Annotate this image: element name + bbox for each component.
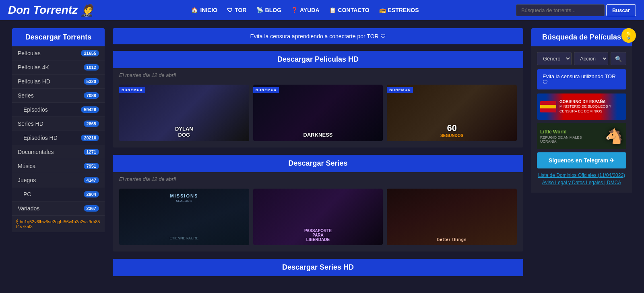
- sidebar-item-4[interactable]: Episodios59426: [12, 103, 105, 117]
- sidebar-badge-11: 2367: [84, 205, 99, 212]
- right-panel: Búsqueda de Películas Género Acción 🔍 Ev…: [531, 28, 632, 283]
- series-grid: MISSIONS SEASON 2 ETIENNE FAURE PASSAPOR…: [113, 185, 523, 251]
- movies-section-title: Descargar Peliculas HD: [113, 51, 523, 68]
- series-title-passaporte: PASSAPORTEPARALIBERDADE: [304, 229, 332, 242]
- nav-icon-tor: 🛡: [227, 7, 233, 13]
- nav-label-ayuda: AYUDA: [300, 7, 320, 13]
- sidebar-label-0: Películas: [18, 50, 41, 56]
- theme-toggle-button[interactable]: 💡: [621, 28, 636, 43]
- movie-title-dylan: DYLANDOG: [173, 126, 195, 138]
- center-content: Evita la censura aprendiendo a conectart…: [113, 28, 523, 283]
- genre-select[interactable]: Género: [537, 52, 572, 65]
- nav-icon-ayuda: ❓: [291, 7, 298, 13]
- sidebar-badge-3: 7088: [84, 92, 99, 99]
- nav-item-tor[interactable]: 🛡TOR: [223, 5, 250, 15]
- header: Don Torrentz 🤵 🏠INICIO🛡TOR📡BLOG❓AYUDA📋CO…: [0, 0, 644, 20]
- sidebar-item-5[interactable]: Series HD2865: [12, 117, 105, 131]
- sidebar-label-8: Música: [18, 163, 35, 169]
- series-sub: ETIENNE FAURE: [170, 236, 199, 240]
- sidebar-badge-7: 1271: [84, 149, 99, 155]
- nav-item-ayuda[interactable]: ❓AYUDA: [287, 5, 324, 15]
- series-title-missions: MISSIONS: [170, 193, 198, 198]
- nav-item-estrenos[interactable]: 📻ESTRENOS: [375, 5, 423, 15]
- sidebar-item-11[interactable]: Variados2367: [12, 202, 105, 216]
- movie-card-dylan[interactable]: BDREMUX DYLANDOG: [119, 85, 249, 141]
- sidebar-item-10[interactable]: PC2904: [12, 187, 105, 202]
- series-hd-title: Descargar Series HD: [113, 259, 523, 276]
- series-card-passaporte[interactable]: PASSAPORTEPARALIBERDADE: [253, 189, 383, 245]
- series-section: Descargar Series El martes día 12 de abr…: [113, 155, 523, 251]
- tor-notice[interactable]: Evita la censura utilizando TOR 🛡: [537, 69, 626, 89]
- nav-label-inicio: INICIO: [200, 7, 217, 13]
- movie-card-60sec[interactable]: BDREMUX 60 SEGUNDOS: [387, 85, 517, 141]
- little-world-text-block: Little World REFUGIO DE ANIMALES UCRANIA: [540, 129, 599, 143]
- logo-text: Don Torrentz: [8, 4, 78, 17]
- nav-item-blog[interactable]: 📡BLOG: [252, 5, 285, 15]
- sidebar-badge-4: 59426: [81, 106, 99, 113]
- series-season: SEASON 2: [176, 199, 192, 203]
- bdremux-tag-2: BDREMUX: [253, 87, 279, 93]
- movie-title-60: 60: [447, 123, 456, 133]
- telegram-button[interactable]: Síguenos en Telegram ✈: [537, 152, 626, 168]
- sidebar-item-9[interactable]: Juegos4147: [12, 173, 105, 187]
- panel-link-1[interactable]: Aviso Legal y Datos Legales | DMCA: [537, 180, 626, 185]
- sidebar-item-7[interactable]: Documentales1271: [12, 145, 105, 159]
- sidebar-label-10: PC: [23, 191, 31, 197]
- sidebar-item-0[interactable]: Películas21655: [12, 46, 105, 60]
- sidebar-item-2[interactable]: Películas HD5320: [12, 75, 105, 89]
- sidebar-badge-9: 4147: [84, 177, 99, 183]
- sidebar-item-6[interactable]: Episodios HD20210: [12, 131, 105, 145]
- series-title-better: better things: [437, 237, 467, 242]
- genre-search-button[interactable]: 🔍: [611, 52, 626, 65]
- sidebar-badge-2: 5320: [84, 78, 99, 85]
- bdremux-tag-3: BDREMUX: [387, 87, 413, 93]
- nav-icon-estrenos: 📻: [379, 7, 386, 13]
- nav-label-blog: BLOG: [265, 7, 281, 13]
- bitcoin-address: ₿ bc1q52v6lhw6se2qght56v4h2a2wz9rh85t4s7…: [12, 216, 105, 232]
- series-hd-section: Descargar Series HD: [113, 259, 523, 276]
- nav-item-contacto[interactable]: 📋CONTACTO: [325, 5, 374, 15]
- movie-card-darkness[interactable]: BDREMUX DARKNESS: [253, 85, 383, 141]
- search-input[interactable]: [516, 4, 605, 16]
- horse-icon: 🐴: [605, 128, 623, 145]
- nav-icon-inicio: 🏠: [191, 7, 198, 13]
- logo-icon: 🤵: [80, 4, 94, 17]
- series-card-better[interactable]: better things: [387, 189, 517, 245]
- sidebar-title: Descargar Torrents: [12, 28, 105, 46]
- panel-title: Búsqueda de Películas: [531, 28, 632, 46]
- nav-label-tor: TOR: [235, 7, 246, 13]
- panel-links: Lista de Dominios Oficiales (11/04/2022)…: [537, 172, 626, 185]
- header-search: Buscar: [516, 4, 636, 16]
- nav-item-inicio[interactable]: 🏠INICIO: [187, 5, 221, 15]
- sidebar-badge-8: 7951: [84, 163, 99, 169]
- movie-title-darkness: DARKNESS: [303, 132, 333, 138]
- action-select[interactable]: Acción: [574, 52, 608, 65]
- movies-section-date: El martes día 12 de abril: [113, 68, 523, 81]
- sidebar-badge-5: 2865: [84, 121, 99, 127]
- series-section-date: El martes día 12 de abril: [113, 172, 523, 185]
- sidebar-item-3[interactable]: Series7088: [12, 89, 105, 103]
- sidebar-badge-1: 1012: [84, 64, 99, 71]
- tor-banner[interactable]: Evita la censura aprendiendo a conectart…: [113, 28, 523, 44]
- bdremux-tag: BDREMUX: [119, 87, 145, 93]
- spain-text: GOBIERNO DE ESPAÑA MINISTERIO DE BLOQUEO…: [559, 99, 623, 114]
- site-logo[interactable]: Don Torrentz 🤵: [8, 4, 94, 17]
- main-container: Descargar Torrents Películas21655Películ…: [0, 20, 644, 291]
- sidebar-label-7: Documentales: [18, 149, 54, 155]
- sidebar-badge-10: 2904: [84, 191, 99, 197]
- sidebar: Descargar Torrents Películas21655Películ…: [12, 28, 105, 283]
- panel-link-0[interactable]: Lista de Dominios Oficiales (11/04/2022): [537, 172, 626, 178]
- movies-section: Descargar Peliculas HD El martes día 12 …: [113, 51, 523, 148]
- sidebar-item-1[interactable]: Películas 4K1012: [12, 60, 105, 75]
- nav-label-estrenos: ESTRENOS: [388, 7, 419, 13]
- sidebar-item-8[interactable]: Música7951: [12, 159, 105, 173]
- sidebar-label-9: Juegos: [18, 177, 36, 183]
- search-button[interactable]: Buscar: [606, 4, 636, 16]
- sidebar-badge-0: 21655: [81, 50, 99, 56]
- series-card-missions[interactable]: MISSIONS SEASON 2 ETIENNE FAURE: [119, 189, 249, 245]
- panel-body: Género Acción 🔍 Evita la censura utiliza…: [531, 46, 632, 193]
- series-section-title: Descargar Series: [113, 155, 523, 172]
- little-world-banner[interactable]: Little World REFUGIO DE ANIMALES UCRANIA…: [537, 123, 626, 149]
- spain-banner[interactable]: GOBIERNO DE ESPAÑA MINISTERIO DE BLOQUEO…: [537, 94, 626, 120]
- genre-search: Género Acción 🔍: [537, 52, 626, 65]
